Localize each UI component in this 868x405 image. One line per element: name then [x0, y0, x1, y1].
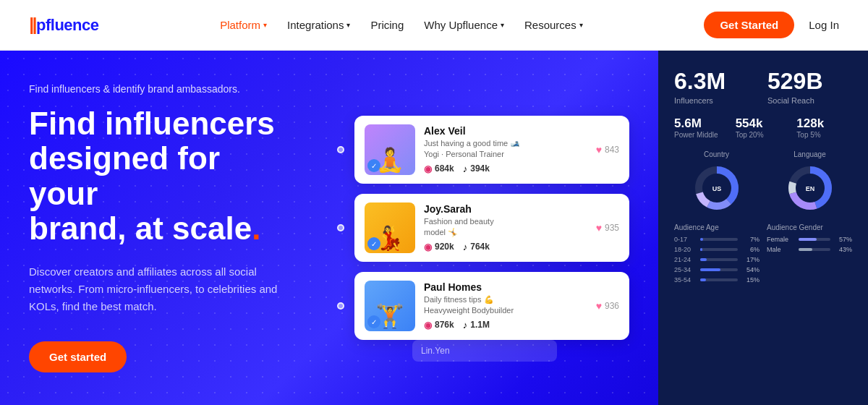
age-bar-bg: [700, 258, 738, 261]
tiktok-stat: ♪ 394k: [463, 163, 490, 174]
country-label: Country: [704, 150, 729, 158]
male-label: Male: [767, 246, 794, 253]
influencers-stat: 6.3M Influencers: [674, 68, 759, 105]
gender-section-title: Audience Gender: [767, 223, 852, 231]
age-row-35-54: 35-54 15%: [674, 276, 760, 284]
female-label: Female: [767, 236, 794, 243]
check-icon: ✓: [367, 159, 380, 172]
age-section-title: Audience Age: [674, 223, 760, 231]
age-range: 25-34: [674, 266, 696, 273]
hero-visual: 🧘 ✓ Alex Veil Just having a good time 🎿 …: [326, 51, 868, 405]
top20-num: 554k: [736, 116, 791, 131]
social-reach-number: 529B: [767, 68, 852, 95]
age-gender-section: Audience Age 0-17 7% 18-20: [674, 223, 852, 292]
influencer-card-joy[interactable]: 💃 ✓ Joy.Sarah Fashion and beauty model 🤸…: [354, 194, 629, 262]
age-bar-fill: [700, 268, 720, 271]
avatar-joy: 💃 ✓: [365, 202, 415, 253]
donut-charts: Country US Language: [674, 150, 852, 213]
age-pct: 6%: [742, 246, 760, 253]
tiktok-icon: ♪: [463, 163, 468, 174]
influencer-card-paul[interactable]: 🏋️ ✓ Paul Homes Daily fitness tips 💪 Hea…: [354, 272, 629, 340]
svg-text:US: US: [712, 185, 721, 192]
chevron-down-icon: ▾: [346, 21, 350, 29]
country-donut: Country US: [674, 150, 759, 213]
connector-dot: [337, 224, 344, 231]
analytics-panel: 6.3M Influencers 529B Social Reach 5.6M …: [658, 51, 868, 405]
nav-pricing[interactable]: Pricing: [370, 19, 404, 31]
connector-dot: [337, 146, 344, 153]
chevron-down-icon: ▾: [501, 21, 504, 29]
age-bar-fill: [700, 258, 707, 261]
card-stats: ◉ 876k ♪ 1.1M: [424, 320, 619, 331]
nav-resources[interactable]: Resources ▾: [524, 19, 583, 31]
check-icon: ✓: [367, 237, 380, 250]
hero-cta-button[interactable]: Get started: [29, 341, 127, 372]
card-body-joy: Joy.Sarah Fashion and beauty model 🤸 ◉ 9…: [424, 203, 619, 252]
age-row-25-34: 25-34 54%: [674, 266, 760, 273]
nav-why-upfluence[interactable]: Why Upfluence ▾: [424, 19, 504, 31]
hidden-card-lin: Lin.Yen: [412, 340, 557, 362]
connector-dot: [337, 302, 344, 310]
login-button[interactable]: Log In: [809, 19, 839, 31]
nav-integrations[interactable]: Integrations ▾: [287, 19, 350, 31]
female-pct: 57%: [835, 236, 852, 243]
power-middle-num: 5.6M: [674, 116, 730, 131]
language-label: Language: [793, 150, 826, 158]
age-bar-fill: [700, 248, 702, 251]
card-name: Alex Veil: [424, 125, 619, 137]
age-pct: 17%: [742, 256, 760, 263]
age-pct: 15%: [742, 276, 760, 284]
avatar-alex: 🧘 ✓: [365, 124, 415, 175]
influencer-card-alex[interactable]: 🧘 ✓ Alex Veil Just having a good time 🎿 …: [354, 116, 629, 184]
language-donut: Language EN: [767, 150, 852, 213]
nav-platform[interactable]: Platform ▾: [220, 19, 267, 31]
age-bar-bg: [700, 268, 738, 271]
hero-section: Find influencers & identify brand ambass…: [0, 51, 868, 405]
age-row-0-17: 0-17 7%: [674, 236, 760, 243]
chevron-down-icon: ▾: [263, 21, 267, 29]
card-body-paul: Paul Homes Daily fitness tips 💪 Heavywei…: [424, 281, 619, 331]
age-row-21-24: 21-24 17%: [674, 256, 760, 263]
age-bar-bg: [700, 248, 738, 251]
language-donut-svg: EN: [785, 163, 835, 213]
card-body-alex: Alex Veil Just having a good time 🎿 Yogi…: [424, 125, 619, 174]
tiktok-icon: ♪: [463, 242, 468, 252]
age-range: 21-24: [674, 256, 696, 263]
instagram-icon: ◉: [424, 242, 432, 252]
card-heart: ♥ 936: [596, 300, 619, 312]
top5-num: 128k: [796, 116, 852, 131]
analytics-mid: 5.6M Power Middle 554k Top 20% 128k Top …: [674, 116, 852, 139]
check-icon: ✓: [367, 315, 380, 328]
ig-stat: ◉ 876k: [424, 320, 454, 331]
male-pct: 43%: [835, 246, 852, 253]
heart-icon: ♥: [596, 144, 602, 155]
age-bar-bg: [700, 238, 738, 241]
nav-actions: Get Started Log In: [704, 12, 839, 38]
ig-stat: ◉ 684k: [424, 163, 454, 174]
card-desc: Just having a good time 🎿 Yogi · Persona…: [424, 138, 619, 159]
gender-bar-bg: [799, 238, 830, 241]
avatar-paul: 🏋️ ✓: [365, 281, 415, 331]
get-started-button[interactable]: Get Started: [704, 12, 794, 38]
age-range: 35-54: [674, 276, 696, 284]
power-middle-stat: 5.6M Power Middle: [674, 116, 730, 139]
instagram-icon: ◉: [424, 163, 432, 174]
tiktok-icon: ♪: [463, 320, 468, 331]
heart-icon: ♥: [596, 222, 602, 234]
social-reach-label: Social Reach: [767, 96, 852, 105]
nav-links: Platform ▾ Integrations ▾ Pricing Why Up…: [220, 19, 583, 31]
card-stats: ◉ 684k ♪ 394k: [424, 163, 619, 174]
instagram-icon: ◉: [424, 320, 432, 331]
gender-section: Audience Gender Female 57% Male: [767, 223, 852, 292]
female-bar-fill: [799, 238, 817, 241]
logo-text: pfluence: [36, 16, 98, 35]
card-heart: ♥ 935: [596, 222, 619, 234]
card-stats: ◉ 920k ♪ 764k: [424, 242, 619, 252]
card-desc: Daily fitness tips 💪 Heavyweight Bodybui…: [424, 294, 619, 315]
age-range: 0-17: [674, 236, 696, 243]
svg-text:EN: EN: [805, 185, 814, 192]
tiktok-stat: ♪ 1.1M: [463, 320, 490, 331]
card-heart: ♥ 843: [596, 144, 619, 155]
age-pct: 7%: [742, 236, 760, 243]
logo[interactable]: ǁ pfluence: [29, 16, 98, 35]
